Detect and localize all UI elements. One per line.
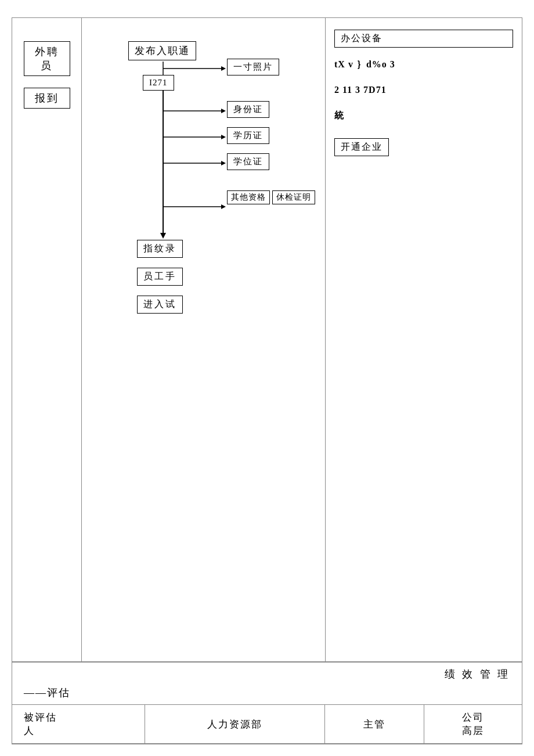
cell-beigu: 被评估人: [12, 705, 145, 744]
box-qita: 其他资格 休检证明: [227, 189, 315, 204]
box-xuelihzheng: 学历证: [227, 127, 269, 144]
box-kaitong: 开通企业: [334, 138, 389, 156]
flowchart: 发布入职通 I271 一寸照片 身份证 学历证 学位证 其他资格 休检证明 指纹…: [93, 35, 319, 361]
cell-company: 公司高层: [424, 705, 522, 744]
label-waipinyuan: 外聘员: [24, 41, 70, 76]
box-yuangongshou: 员工手: [137, 268, 183, 286]
right-text2: 2 11 3 7D71: [334, 82, 513, 99]
svg-marker-10: [221, 161, 226, 165]
svg-marker-4: [160, 233, 166, 239]
svg-marker-8: [221, 135, 226, 139]
left-column: 外聘员 报到: [12, 18, 82, 661]
right-content: 办公设备 tX v ｝d%o 3 2 11 3 7D71 統 开通企业: [334, 30, 513, 156]
table-row: 被评估人 人力资源部 主管 公司高层: [12, 705, 522, 744]
box-xueweizheng: 学位证: [227, 153, 269, 170]
bottom-subtitle: ——评估: [12, 683, 522, 704]
cell-zhuguan: 主管: [325, 705, 424, 744]
top-section: 外聘员 报到: [12, 17, 522, 662]
box-shenfenzheng: 身份证: [227, 101, 269, 118]
bottom-title: 绩 效 管 理: [12, 663, 522, 683]
page: 外聘员 报到: [0, 0, 534, 756]
bottom-table: 被评估人 人力资源部 主管 公司高层: [12, 704, 522, 744]
svg-marker-6: [221, 109, 226, 113]
right-text1: tX v ｝d%o 3: [334, 56, 513, 73]
box-yicunzhaopian: 一寸照片: [227, 59, 279, 75]
svg-marker-12: [221, 204, 226, 209]
right-column: 办公设备 tX v ｝d%o 3 2 11 3 7D71 統 开通企业: [326, 18, 522, 661]
right-text3: 統: [334, 107, 513, 124]
bottom-section: 绩 效 管 理 ——评估 被评估人 人力资源部 主管 公司高层: [12, 662, 522, 744]
svg-marker-2: [221, 66, 226, 71]
label-baodao: 报到: [24, 88, 70, 109]
box-jinrushi: 进入试: [137, 296, 183, 314]
box-I271: I271: [143, 75, 174, 91]
box-zhiwenlu: 指纹录: [137, 240, 183, 258]
mid-column: 发布入职通 I271 一寸照片 身份证 学历证 学位证 其他资格 休检证明 指纹…: [82, 18, 326, 661]
box-fabu: 发布入职通: [128, 41, 196, 60]
box-bangong: 办公设备: [334, 30, 513, 48]
cell-hr: 人力资源部: [145, 705, 325, 744]
